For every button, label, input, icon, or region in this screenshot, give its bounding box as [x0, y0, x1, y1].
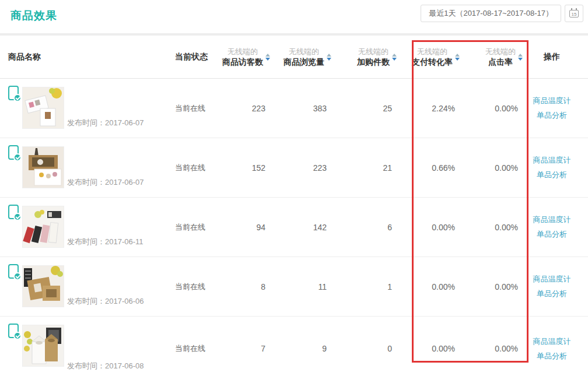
- views-value: 223: [271, 163, 332, 173]
- conversion-value: 2.24%: [398, 104, 461, 113]
- product-cell: 发布时间：2017-06-07: [8, 79, 169, 138]
- action-thermometer-link[interactable]: 商品温度计: [533, 273, 571, 286]
- action-thermometer-link[interactable]: 商品温度计: [533, 335, 571, 348]
- mobile-verified-icon: [8, 86, 19, 100]
- click-rate-value: 0.00%: [461, 163, 524, 173]
- click-rate-value: 0.00%: [461, 223, 524, 232]
- product-cell: 发布时间：2017-06-11: [8, 198, 169, 256]
- action-analysis-link[interactable]: 单品分析: [537, 109, 567, 122]
- cart-header-label: 加购件数: [357, 57, 390, 67]
- product-image-colorful-slider-boxes[interactable]: [22, 206, 64, 248]
- conversion-value: 0.00%: [398, 282, 461, 291]
- views-value: 142: [271, 223, 332, 232]
- col-header-visitors: 无线端的 商品访客数: [216, 47, 271, 67]
- col-header-views: 无线端的 商品浏览量: [271, 47, 332, 67]
- actions-cell: 商品温度计 单品分析: [524, 335, 580, 363]
- conversion-value: 0.66%: [398, 163, 461, 173]
- product-cell: 发布时间：2017-06-08: [8, 317, 169, 376]
- table-row: 发布时间：2017-06-07 当前在线 152 223 21 0.66% 0.…: [0, 138, 588, 198]
- publish-time: 发布时间：2017-06-07: [67, 177, 144, 188]
- sort-cart-icon[interactable]: [392, 54, 397, 61]
- cart-value: 21: [332, 163, 398, 173]
- col-header-conversion: 无线端的 支付转化率: [398, 47, 461, 67]
- wireless-prefix-label: 无线端的: [222, 47, 263, 57]
- product-image-kraft-boxes[interactable]: [22, 265, 64, 307]
- product-cell: 发布时间：2017-06-06: [8, 257, 169, 316]
- wireless-prefix-label: 无线端的: [284, 47, 324, 57]
- visitors-value: 152: [216, 163, 271, 173]
- visitors-value: 7: [216, 344, 271, 353]
- sort-conversion-icon[interactable]: [455, 54, 460, 61]
- status-text: 当前在线: [169, 163, 216, 173]
- conversion-value: 0.00%: [398, 344, 461, 353]
- wireless-prefix-label: 无线端的: [485, 47, 516, 57]
- col-header-actions: 操作: [524, 52, 580, 62]
- click-header-label: 点击率: [485, 57, 516, 67]
- calendar-button[interactable]: 15: [565, 5, 583, 22]
- publish-time: 发布时间：2017-06-08: [67, 361, 144, 371]
- col-header-click: 无线端的 点击率: [461, 47, 524, 67]
- click-rate-value: 0.00%: [461, 104, 524, 113]
- views-value: 11: [271, 282, 332, 291]
- wireless-prefix-label: 无线端的: [412, 47, 453, 57]
- status-text: 当前在线: [169, 343, 216, 354]
- cart-value: 1: [332, 282, 398, 291]
- col-header-status: 当前状态: [169, 52, 216, 62]
- product-effect-table: 商品名称 当前状态 无线端的 商品访客数 无线端的 商品浏览量 无线端的 加购件…: [0, 36, 588, 376]
- product-image-kraft-drawer-box[interactable]: [22, 146, 64, 188]
- table-header-row: 商品名称 当前状态 无线端的 商品访客数 无线端的 商品浏览量 无线端的 加购件…: [0, 36, 588, 79]
- conversion-value: 0.00%: [398, 223, 461, 232]
- actions-cell: 商品温度计 单品分析: [524, 154, 580, 181]
- click-rate-value: 0.00%: [461, 282, 524, 291]
- action-thermometer-link[interactable]: 商品温度计: [533, 154, 571, 167]
- status-text: 当前在线: [169, 282, 216, 292]
- table-row: 发布时间：2017-06-08 当前在线 7 9 0 0.00% 0.00% 商…: [0, 317, 588, 376]
- col-header-product: 商品名称: [8, 52, 169, 62]
- action-analysis-link[interactable]: 单品分析: [537, 350, 567, 363]
- views-value: 9: [271, 344, 332, 353]
- wireless-prefix-label: 无线端的: [357, 47, 390, 57]
- publish-time: 发布时间：2017-06-07: [67, 118, 144, 128]
- visitors-value: 8: [216, 282, 271, 291]
- views-value: 383: [271, 104, 332, 113]
- product-cell: 发布时间：2017-06-07: [8, 138, 169, 197]
- cart-value: 25: [332, 104, 398, 113]
- status-text: 当前在线: [169, 222, 216, 233]
- page-title: 商品效果: [10, 8, 57, 23]
- cart-value: 0: [332, 344, 398, 353]
- cart-value: 6: [332, 223, 398, 232]
- action-analysis-link[interactable]: 单品分析: [537, 287, 567, 300]
- action-thermometer-link[interactable]: 商品温度计: [533, 213, 571, 226]
- mobile-verified-icon: [8, 324, 19, 338]
- publish-time: 发布时间：2017-06-06: [67, 296, 144, 307]
- page-header: 商品效果 最近1天（2017-08-17~2017-08-17） 15: [0, 0, 588, 33]
- actions-cell: 商品温度计 单品分析: [524, 213, 580, 241]
- action-thermometer-link[interactable]: 商品温度计: [533, 94, 571, 107]
- status-text: 当前在线: [169, 103, 216, 114]
- actions-cell: 商品温度计 单品分析: [524, 273, 580, 300]
- views-header-label: 商品浏览量: [284, 57, 324, 67]
- sort-click-icon[interactable]: [518, 54, 523, 61]
- product-image-gift-bags[interactable]: [22, 325, 64, 367]
- visitors-value: 223: [216, 104, 271, 113]
- calendar-icon: 15: [569, 10, 579, 17]
- mobile-verified-icon: [8, 205, 19, 219]
- action-analysis-link[interactable]: 单品分析: [537, 168, 567, 181]
- table-row: 发布时间：2017-06-11 当前在线 94 142 6 0.00% 0.00…: [0, 198, 588, 257]
- visitors-value: 94: [216, 223, 271, 232]
- table-row: 发布时间：2017-06-07 当前在线 223 383 25 2.24% 0.…: [0, 79, 588, 138]
- mobile-verified-icon: [8, 264, 19, 279]
- mobile-verified-icon: [8, 145, 19, 160]
- actions-cell: 商品温度计 单品分析: [524, 94, 580, 122]
- visitors-header-label: 商品访客数: [222, 57, 263, 67]
- table-row: 发布时间：2017-06-06 当前在线 8 11 1 0.00% 0.00% …: [0, 257, 588, 317]
- action-analysis-link[interactable]: 单品分析: [537, 228, 567, 241]
- product-image-white-sample-boxes[interactable]: [22, 87, 64, 129]
- sort-visitors-icon[interactable]: [265, 54, 270, 61]
- publish-time: 发布时间：2017-06-11: [67, 237, 144, 247]
- conversion-header-label: 支付转化率: [412, 57, 453, 67]
- date-range-picker[interactable]: 最近1天（2017-08-17~2017-08-17）: [421, 5, 561, 22]
- col-header-cart: 无线端的 加购件数: [332, 47, 398, 67]
- sort-views-icon[interactable]: [327, 54, 331, 61]
- click-rate-value: 0.00%: [461, 344, 524, 353]
